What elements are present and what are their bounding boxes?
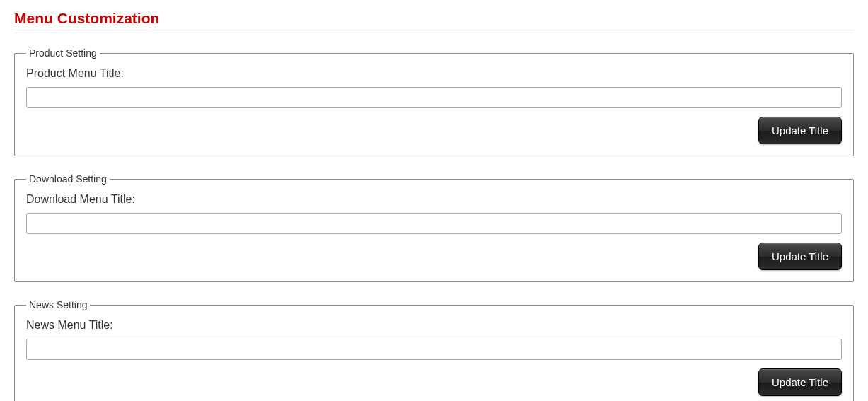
- download-setting-legend: Download Setting: [26, 173, 110, 185]
- news-setting-fieldset: News Setting News Menu Title: Update Tit…: [14, 299, 854, 401]
- download-menu-title-label: Download Menu Title:: [26, 193, 842, 206]
- product-menu-title-label: Product Menu Title:: [26, 67, 842, 80]
- download-menu-title-input[interactable]: [26, 213, 842, 234]
- product-update-title-button[interactable]: Update Title: [758, 117, 842, 144]
- news-update-title-button[interactable]: Update Title: [758, 368, 842, 396]
- product-menu-title-input[interactable]: [26, 87, 842, 108]
- news-setting-legend: News Setting: [26, 299, 90, 310]
- download-update-title-button[interactable]: Update Title: [758, 243, 842, 270]
- title-divider: [14, 33, 854, 33]
- news-menu-title-label: News Menu Title:: [26, 319, 842, 332]
- product-setting-fieldset: Product Setting Product Menu Title: Upda…: [14, 47, 854, 156]
- news-menu-title-input[interactable]: [26, 339, 842, 360]
- page-title: Menu Customization: [14, 10, 854, 27]
- product-setting-legend: Product Setting: [26, 47, 100, 59]
- download-setting-fieldset: Download Setting Download Menu Title: Up…: [14, 173, 854, 282]
